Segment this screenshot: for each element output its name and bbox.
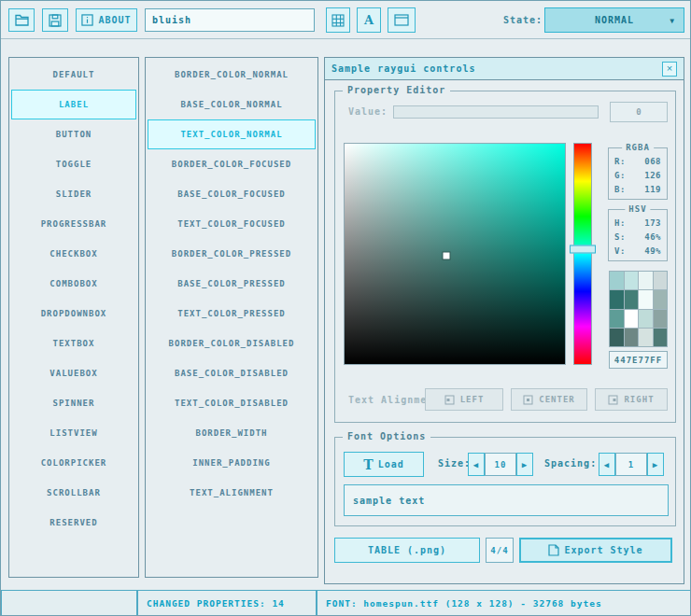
controls-item-button[interactable]: BUTTON (11, 119, 136, 149)
arrow-right-icon: ▶ (653, 460, 658, 469)
text-t-icon: T (363, 457, 373, 472)
controls-item-reserved[interactable]: RESERVED (11, 508, 136, 538)
sample-text-box[interactable]: sample text (344, 484, 669, 516)
controls-item-toggle[interactable]: TOGGLE (11, 149, 136, 179)
properties-list: BORDER_COLOR_NORMAL BASE_COLOR_NORMAL TE… (145, 57, 318, 578)
palette-swatch[interactable] (639, 272, 653, 289)
value-box[interactable]: 0 (610, 102, 668, 122)
property-item-text-alignment[interactable]: TEXT_ALIGNMENT (148, 478, 316, 508)
palette-swatch[interactable] (610, 310, 624, 328)
palette-swatch[interactable] (625, 310, 639, 328)
about-button-label: ABOUT (98, 15, 131, 25)
controls-item-listview[interactable]: LISTVIEW (11, 418, 136, 448)
folder-icon (15, 14, 29, 26)
rgba-row-g: G:126 (609, 169, 667, 183)
controls-item-textbox[interactable]: TEXTBOX (11, 329, 136, 358)
palette-swatch[interactable] (625, 290, 639, 308)
grid-icon (331, 14, 345, 27)
palette-swatch[interactable] (654, 329, 668, 346)
hue-slider-handle[interactable] (570, 245, 596, 254)
property-item-border-color-normal[interactable]: BORDER_COLOR_NORMAL (148, 60, 316, 90)
controls-item-default[interactable]: DEFAULT (11, 60, 136, 90)
size-value-box[interactable]: 10 (485, 453, 516, 476)
size-decrease-button[interactable]: ◀ (468, 453, 485, 476)
color-picker-cursor[interactable] (443, 253, 449, 259)
state-dropdown[interactable]: NORMAL ▼ (544, 7, 684, 33)
spacing-increase-button[interactable]: ▶ (647, 453, 664, 476)
controls-item-scrollbar[interactable]: SCROLLBAR (11, 478, 136, 508)
font-options-group: Font Options T Load Size: ◀ 10 ▶ Spacing… (334, 437, 676, 526)
hue-slider[interactable] (573, 143, 592, 365)
size-label: Size: (438, 458, 471, 469)
controls-item-spinner[interactable]: SPINNER (11, 388, 136, 418)
property-item-base-color-focused[interactable]: BASE_COLOR_FOCUSED (148, 179, 316, 209)
about-button[interactable]: ABOUT (76, 8, 137, 32)
property-item-base-color-normal[interactable]: BASE_COLOR_NORMAL (148, 90, 316, 119)
palette-swatch[interactable] (625, 329, 639, 346)
align-center-button[interactable]: CENTER (511, 388, 587, 411)
value-label: Value: (348, 106, 388, 117)
palette-swatch[interactable] (610, 272, 624, 289)
palette-swatch[interactable] (639, 310, 653, 328)
letter-a-icon: A (364, 13, 374, 27)
load-font-button[interactable]: T Load (344, 452, 424, 477)
controls-item-checkbox[interactable]: CHECKBOX (11, 239, 136, 269)
open-style-button[interactable] (8, 8, 35, 32)
status-changed-properties: CHANGED PROPERTIES: 14 (137, 590, 317, 616)
rguistyler-app: ABOUT A State: NORMAL ▼ DEFAULT LABEL BU… (0, 0, 691, 616)
palette-swatch[interactable] (654, 310, 668, 328)
palette-swatch[interactable] (625, 272, 639, 289)
spacing-decrease-button[interactable]: ◀ (599, 453, 615, 476)
sample-window-titlebar[interactable]: Sample raygui controls × (325, 58, 684, 80)
property-item-border-color-disabled[interactable]: BORDER_COLOR_DISABLED (148, 329, 316, 358)
save-style-button[interactable] (42, 8, 68, 32)
hex-value-text: 447E77FF (614, 356, 662, 365)
align-right-button[interactable]: RIGHT (595, 388, 668, 411)
controls-item-slider[interactable]: SLIDER (11, 179, 136, 209)
close-window-button[interactable]: × (662, 62, 677, 77)
controls-item-label[interactable]: LABEL (11, 90, 136, 119)
property-item-base-color-pressed[interactable]: BASE_COLOR_PRESSED (148, 269, 316, 299)
palette-swatch[interactable] (610, 329, 624, 346)
export-style-button[interactable]: Export Style (519, 538, 672, 563)
arrow-right-icon: ▶ (522, 460, 528, 469)
value-slider[interactable] (393, 105, 599, 119)
size-increase-button[interactable]: ▶ (516, 453, 533, 476)
state-label: State: (503, 15, 543, 25)
palette-swatch[interactable] (639, 290, 653, 308)
property-item-border-width[interactable]: BORDER_WIDTH (148, 418, 316, 448)
close-icon: × (667, 63, 672, 74)
align-left-button[interactable]: LEFT (425, 388, 503, 411)
property-item-base-color-disabled[interactable]: BASE_COLOR_DISABLED (148, 358, 316, 388)
window-view-button[interactable] (388, 7, 416, 33)
hex-value-box[interactable]: 447E77FF (609, 351, 668, 369)
export-file-icon (548, 544, 559, 556)
style-name-input[interactable] (145, 8, 315, 32)
property-item-border-color-focused[interactable]: BORDER_COLOR_FOCUSED (148, 149, 316, 179)
property-item-text-color-normal[interactable]: TEXT_COLOR_NORMAL (148, 119, 316, 149)
align-left-icon (444, 395, 455, 405)
controls-item-valuebox[interactable]: VALUEBOX (11, 358, 136, 388)
property-item-border-color-pressed[interactable]: BORDER_COLOR_PRESSED (148, 239, 316, 269)
palette-swatch[interactable] (639, 329, 653, 346)
floppy-icon (49, 14, 62, 27)
controls-item-progressbar[interactable]: PROGRESSBAR (11, 209, 136, 239)
property-item-text-color-disabled[interactable]: TEXT_COLOR_DISABLED (148, 388, 316, 418)
property-item-text-color-pressed[interactable]: TEXT_COLOR_PRESSED (148, 299, 316, 329)
palette-swatch[interactable] (654, 272, 668, 289)
controls-item-colorpicker[interactable]: COLORPICKER (11, 448, 136, 478)
sample-window: Sample raygui controls × Property Editor… (324, 57, 684, 584)
export-table-button[interactable]: TABLE (.png) (334, 538, 480, 563)
color-picker-area[interactable] (344, 143, 566, 365)
palette-swatch[interactable] (654, 290, 668, 308)
palette-swatch[interactable] (610, 290, 624, 308)
controls-item-dropdownbox[interactable]: DROPDOWNBOX (11, 299, 136, 329)
style-table-view-button[interactable] (326, 7, 350, 33)
arrow-left-icon: ◀ (473, 460, 479, 469)
property-item-text-color-focused[interactable]: TEXT_COLOR_FOCUSED (148, 209, 316, 239)
spacing-value-box[interactable]: 1 (615, 453, 647, 476)
controls-item-combobox[interactable]: COMBOBOX (11, 269, 136, 299)
property-item-inner-padding[interactable]: INNER_PADDING (148, 448, 316, 478)
state-dropdown-value: NORMAL (595, 15, 634, 25)
font-view-button[interactable]: A (357, 7, 381, 33)
